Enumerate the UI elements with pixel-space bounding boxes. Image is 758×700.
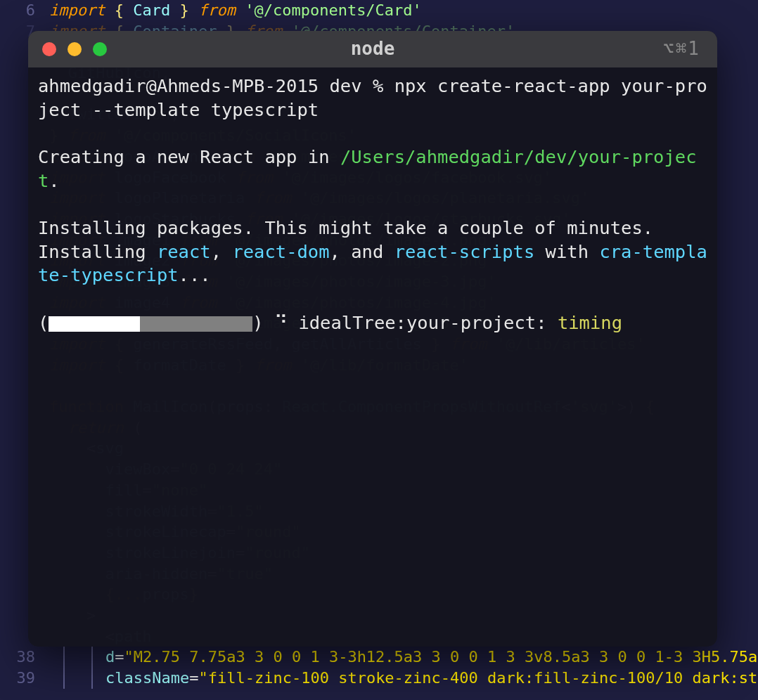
terminal-prompt-line: ahmedgadir@Ahmeds-MPB-2015 dev % npx cre… [38, 74, 707, 122]
zoom-button[interactable] [93, 42, 107, 56]
code-text[interactable]: className="fill-zinc-100 stroke-zinc-400… [105, 668, 758, 689]
line-number: 39 [0, 668, 49, 689]
editor-line[interactable]: 38d="M2.75 7.75a3 3 0 0 1 3-3h12.5a3 3 0… [0, 647, 758, 668]
minimize-button[interactable] [68, 42, 82, 56]
progress-status: timing [558, 312, 622, 333]
traffic-lights [42, 42, 107, 56]
close-button[interactable] [42, 42, 56, 56]
indent-guide [91, 668, 93, 689]
line-number: 38 [0, 647, 49, 668]
terminal-body[interactable]: ahmedgadir@Ahmeds-MPB-2015 dev % npx cre… [28, 67, 717, 342]
terminal-window[interactable]: node ⌥⌘1 ahmedgadir@Ahmeds-MPB-2015 dev … [28, 31, 717, 647]
terminal-install-msg: Installing packages. This might take a c… [38, 216, 707, 240]
terminal-blank [38, 287, 707, 311]
terminal-titlebar[interactable]: node ⌥⌘1 [28, 31, 717, 67]
code-text[interactable]: import { Card } from '@/components/Card' [49, 0, 422, 21]
editor-line[interactable]: 6import { Card } from '@/components/Card… [0, 0, 758, 21]
terminal-creating-line: Creating a new React app in /Users/ahmed… [38, 145, 707, 193]
terminal-blank [38, 122, 707, 145]
indent-guide [91, 647, 93, 668]
terminal-install-pkgs: Installing react, react-dom, and react-s… [38, 240, 707, 287]
editor-line[interactable]: 39className="fill-zinc-100 stroke-zinc-4… [0, 668, 758, 689]
indent-guide [63, 668, 65, 689]
progress-bar-empty [140, 316, 252, 332]
terminal-title: node [351, 37, 395, 61]
terminal-progress-line: () ⠙ idealTree:your-project: timing [38, 311, 707, 335]
line-number: 6 [0, 0, 49, 21]
progress-bar-filled [49, 316, 140, 332]
terminal-shortcut: ⌥⌘1 [663, 37, 700, 61]
code-text[interactable]: d="M2.75 7.75a3 3 0 0 1 3-3h12.5a3 3 0 0… [105, 647, 758, 668]
indent-guide [63, 647, 65, 668]
terminal-blank [38, 193, 707, 216]
